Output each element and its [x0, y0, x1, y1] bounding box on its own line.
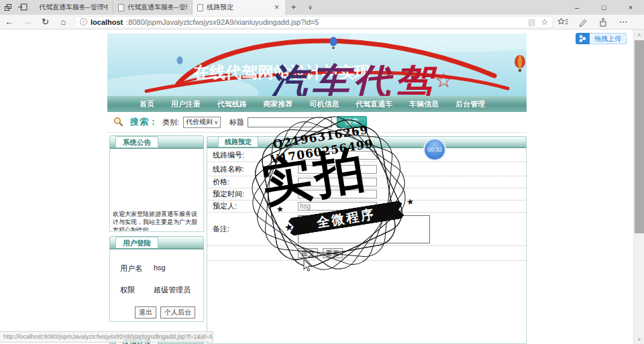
more-options-icon[interactable]: ⋯ — [613, 17, 633, 27]
main-nav: 首页 用户注册 代驾线路 商家推荐 司机信息 代驾直通车 车辆信息 后台管理 — [107, 96, 527, 112]
search-button[interactable]: 搜索 — [337, 116, 367, 128]
tab-title: 线路预定 — [207, 3, 233, 12]
tab-admin-center-1[interactable]: 代驾直通车服务--管理中心 — [34, 0, 113, 15]
category-selected-value: 代价规则 — [186, 117, 213, 127]
web-notes-pen-icon[interactable] — [573, 17, 593, 27]
scroll-down-icon[interactable]: ∨ — [634, 334, 644, 344]
search-bar: 搜索： 类别: 代价规则 ∨ 标题 搜索 — [107, 112, 527, 133]
reading-view-icon[interactable]: ▤ — [528, 17, 535, 27]
announcement-panel-header: 系统公告 — [109, 135, 204, 149]
personal-admin-button[interactable]: 个人后台 — [160, 306, 195, 319]
tab-close-icon[interactable]: × — [273, 3, 280, 12]
set-tabs-aside-icon[interactable] — [18, 1, 28, 13]
maximize-button[interactable]: □ — [590, 0, 617, 15]
drag-upload-button[interactable]: 拖拽上传 — [576, 33, 627, 44]
announcement-title: 系统公告 — [115, 136, 158, 148]
nav-item-admin[interactable]: 后台管理 — [455, 99, 485, 109]
tab-admin-center-2[interactable]: 代驾直通车服务--管理中心 — [113, 0, 193, 15]
refresh-button[interactable]: ↻ — [36, 15, 54, 29]
route-reservation-title: 线路预定 — [218, 136, 258, 147]
close-button[interactable]: × — [617, 0, 644, 15]
nav-item-merchants[interactable]: 商家推荐 — [264, 99, 293, 109]
status-bar-url: http://localhost:8080/jspmJavalyztcfwsjy… — [0, 331, 213, 343]
price-input[interactable] — [298, 178, 377, 186]
forward-button[interactable]: → — [18, 15, 36, 29]
remarks-textarea[interactable] — [298, 215, 430, 243]
search-magnifier-icon — [113, 117, 124, 127]
upload-nodes-icon — [576, 33, 590, 44]
new-tab-button[interactable]: + — [285, 0, 302, 15]
route-reservation-panel: 线路预定 线路编号: 线路名称: 价格: 预定时间: — [207, 136, 527, 344]
banner-title: 汽车代驾 — [269, 61, 437, 96]
chevron-down-icon: ∨ — [214, 119, 218, 125]
banner-star-icon: ☆ — [435, 69, 453, 91]
add-favorite-star-icon[interactable]: ☆ — [541, 17, 548, 27]
tab-title: 代驾直通车服务--管理中心 — [39, 3, 108, 12]
username-label: 用户名 — [120, 264, 146, 274]
tab-title: 代驾直通车服务--管理中心 — [127, 3, 187, 12]
route-number-label: 线路编号: — [213, 150, 298, 160]
username-value: hsg — [154, 264, 166, 274]
site-banner: 在线代驾网站设计与实现 汽车代驾 ☆ — [107, 34, 527, 96]
site-info-icon[interactable]: i — [80, 18, 87, 25]
upload-label: 拖拽上传 — [590, 33, 627, 44]
nav-item-register[interactable]: 用户注册 — [171, 99, 201, 109]
category-label: 类别: — [162, 117, 179, 127]
submit-button[interactable]: 提交 — [298, 248, 318, 258]
nav-item-express[interactable]: 代驾直通车 — [356, 99, 392, 109]
window-controls: – □ × — [564, 0, 644, 15]
mouse-cursor — [303, 259, 313, 272]
title-label: 标题 — [229, 117, 244, 127]
scrollbar-thumb[interactable] — [635, 40, 644, 233]
scroll-up-icon[interactable]: ∧ — [634, 30, 644, 40]
url-host: localhost — [91, 18, 123, 26]
edge-corner-icons — [0, 0, 34, 15]
reset-button[interactable]: 重置 — [323, 248, 343, 258]
browser-toolbar: ← → ↻ ⌂ i localhost :8080/jspmJavalyztcf… — [0, 15, 644, 30]
route-name-label: 线路名称: — [213, 164, 298, 174]
remarks-label: 备注: — [213, 224, 298, 234]
back-button[interactable]: ← — [0, 15, 18, 29]
login-title: 用户登陆 — [115, 237, 158, 248]
search-title-input[interactable] — [248, 117, 332, 127]
route-reservation-header: 线路预定 — [207, 136, 527, 148]
nav-item-home[interactable]: 首页 — [140, 99, 154, 109]
page-favicon — [197, 4, 203, 11]
page-favicon — [118, 4, 124, 11]
route-number-input[interactable] — [298, 151, 377, 160]
nav-item-drivers[interactable]: 司机信息 — [309, 99, 339, 109]
reserve-time-input[interactable] — [298, 190, 377, 198]
share-icon[interactable] — [593, 17, 613, 27]
url-path: :8080/jspmJavalyztcfwsjysx92A9/xianluyud… — [126, 18, 319, 26]
login-panel-header: 用户登陆 — [109, 236, 204, 249]
category-select[interactable]: 代价规则 ∨ — [183, 117, 221, 128]
favorites-hub-icon[interactable] — [553, 17, 573, 27]
reserver-input[interactable] — [298, 202, 377, 211]
nav-item-routes[interactable]: 代驾线路 — [217, 99, 247, 109]
page-scrollbar[interactable]: ∧ ∨ — [633, 30, 644, 344]
login-panel: 用户登陆 用户名 hsg 权限 超级管理员 退出 个人后台 — [109, 236, 204, 322]
screen: 代驾直通车服务--管理中心 代驾直通车服务--管理中心 线路预定 × + ∨ –… — [0, 0, 644, 344]
reserve-time-label: 预定时间: — [213, 189, 298, 199]
recording-timer-badge: 00:32 — [423, 138, 446, 161]
logout-button[interactable]: 退出 — [135, 306, 156, 319]
tab-route-reservation-active[interactable]: 线路预定 × — [193, 0, 285, 15]
reserver-label: 预定人: — [213, 201, 298, 211]
role-label: 权限 — [120, 285, 146, 295]
role-value: 超级管理员 — [154, 285, 191, 295]
site-page: 在线代驾网站设计与实现 汽车代驾 ☆ 首页 用户注册 代驾线路 商家推荐 司机信… — [107, 34, 527, 344]
address-bar[interactable]: i localhost :8080/jspmJavalyztcfwsjysx92… — [75, 16, 553, 28]
tab-list-chevron-icon[interactable]: ∨ — [302, 0, 319, 15]
announcement-text: 欢迎大家登陆旅游直通车服务设计与实现，我站主要是为广大朋友精心制作的 — [113, 210, 201, 231]
minimize-button[interactable]: – — [564, 0, 590, 15]
search-label: 搜索： — [130, 116, 158, 128]
price-label: 价格: — [213, 177, 298, 187]
tab-preview-icon[interactable] — [5, 4, 12, 11]
browser-tab-bar: 代驾直通车服务--管理中心 代驾直通车服务--管理中心 线路预定 × + ∨ –… — [0, 0, 644, 15]
nav-item-vehicles[interactable]: 车辆信息 — [409, 99, 439, 109]
route-name-input[interactable] — [298, 165, 377, 174]
home-button[interactable]: ⌂ — [54, 15, 72, 29]
announcement-panel: 系统公告 欢迎大家登陆旅游直通车服务设计与实现，我站主要是为广大朋友精心制作的 — [109, 135, 204, 232]
